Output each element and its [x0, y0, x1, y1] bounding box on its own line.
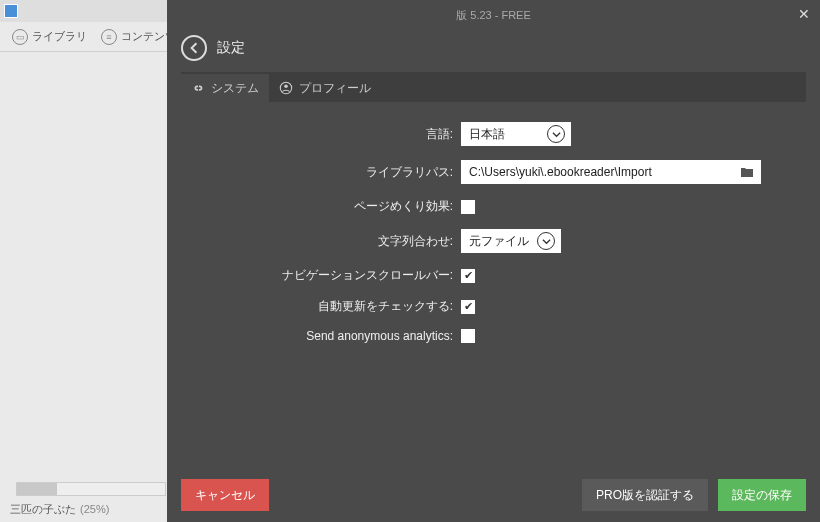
alignment-value: 元ファイル	[469, 233, 529, 250]
book-icon: ▭	[12, 29, 28, 45]
label-language: 言語	[211, 126, 461, 143]
language-select[interactable]: 日本語	[461, 122, 571, 146]
settings-overlay: 版 5.23 - FREE ✕ 設定 システム プロフィール	[167, 0, 820, 522]
horizontal-scrollbar[interactable]	[16, 482, 166, 496]
cancel-button[interactable]: キャンセル	[181, 479, 269, 511]
library-path-field[interactable]: C:\Users\yuki\.ebookreader\Import	[461, 160, 761, 184]
tab-system[interactable]: システム	[181, 74, 269, 102]
app-icon	[4, 4, 18, 18]
auto-update-checkbox[interactable]	[461, 300, 475, 314]
save-button[interactable]: 設定の保存	[718, 479, 806, 511]
page-flip-checkbox[interactable]	[461, 200, 475, 214]
settings-panel: システム プロフィール 言語 日本語 ライブ	[181, 72, 806, 422]
list-icon: ≡	[101, 29, 117, 45]
tab-system-label: システム	[211, 80, 259, 97]
label-page-flip: ページめくり効果	[211, 198, 461, 215]
label-library-path: ライブラリパス	[211, 164, 461, 181]
chevron-down-icon	[537, 232, 555, 250]
svg-point-1	[284, 85, 288, 89]
label-analytics: Send anonymous analytics	[211, 329, 461, 343]
analytics-checkbox[interactable]	[461, 329, 475, 343]
user-icon	[279, 81, 293, 95]
toolbar-library-label: ライブラリ	[32, 29, 87, 44]
toolbar-library-button[interactable]: ▭ ライブラリ	[6, 26, 93, 48]
nav-scroll-checkbox[interactable]	[461, 269, 475, 283]
alignment-select[interactable]: 元ファイル	[461, 229, 561, 253]
overlay-titlebar: 設定	[167, 30, 820, 66]
save-label: 設定の保存	[732, 487, 792, 504]
label-alignment: 文字列合わせ	[211, 233, 461, 250]
tab-profile[interactable]: プロフィール	[269, 74, 381, 102]
link-icon	[191, 81, 205, 95]
panel-body: 言語 日本語 ライブラリパス C:\Users\yuki\.ebookreade…	[181, 102, 806, 422]
folder-icon	[739, 165, 755, 179]
tabs: システム プロフィール	[181, 74, 806, 102]
settings-title: 設定	[217, 39, 245, 57]
label-nav-scroll: ナビゲーションスクロールバー	[211, 267, 461, 284]
chevron-down-icon	[547, 125, 565, 143]
auth-pro-button[interactable]: PRO版を認証する	[582, 479, 708, 511]
overlay-header: 版 5.23 - FREE ✕	[167, 0, 820, 30]
version-label: 版 5.23 - FREE	[456, 8, 531, 23]
arrow-left-icon	[188, 42, 200, 54]
back-button[interactable]	[181, 35, 207, 61]
footer: キャンセル PRO版を認証する 設定の保存	[167, 468, 820, 522]
cancel-label: キャンセル	[195, 487, 255, 504]
status-title: 三匹の子ぶた	[10, 502, 76, 517]
close-icon[interactable]: ✕	[798, 6, 810, 22]
library-path-value: C:\Users\yuki\.ebookreader\Import	[469, 165, 652, 179]
tab-profile-label: プロフィール	[299, 80, 371, 97]
language-value: 日本語	[469, 126, 505, 143]
status-percent: (25%)	[80, 503, 109, 515]
label-auto-update: 自動更新をチェックする	[211, 298, 461, 315]
auth-pro-label: PRO版を認証する	[596, 487, 694, 504]
status-bar: 三匹の子ぶた (25%)	[0, 496, 167, 522]
